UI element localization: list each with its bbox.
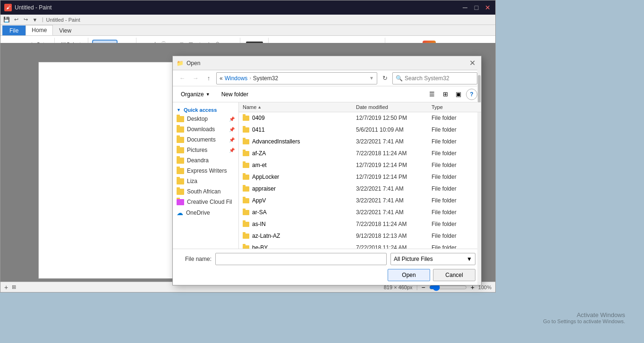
new-folder-button[interactable]: New folder: [216, 89, 254, 100]
row-filename: ar-SA: [252, 209, 267, 216]
sidebar-item-onedrive[interactable]: ☁ OneDrive: [173, 207, 238, 218]
table-row[interactable]: af-ZA 7/22/2018 11:24 AM File folder: [239, 148, 481, 159]
quick-access-label: Quick access: [184, 107, 217, 113]
row-filename: am-et: [252, 162, 267, 168]
pin-icon-documents: 📌: [229, 137, 235, 142]
sidebar-item-pictures[interactable]: Pictures 📌: [173, 145, 238, 155]
liza-folder-icon: [177, 178, 184, 184]
close-button[interactable]: ✕: [484, 4, 491, 11]
dialog-filelist: Name ▲ Date modified Type 0409 12/7/2019…: [239, 102, 481, 249]
forward-button[interactable]: →: [190, 73, 201, 84]
sidebar-item-express-writers[interactable]: Express Writers: [173, 166, 238, 176]
table-row[interactable]: 0409 12/7/2019 12:50 PM File folder: [239, 112, 481, 124]
filetype-value: All Picture Files: [394, 256, 433, 262]
filetype-dropdown-arrow: ▼: [466, 256, 472, 262]
row-type: File folder: [428, 184, 475, 193]
refresh-button[interactable]: ↻: [379, 73, 390, 84]
breadcrumb-dropdown[interactable]: ▼: [369, 75, 374, 81]
sidebar-item-desktop[interactable]: Desktop 📌: [173, 114, 238, 124]
cancel-button[interactable]: Cancel: [433, 269, 475, 281]
row-type: File folder: [428, 232, 475, 240]
qt-customize-icon[interactable]: ▼: [31, 16, 39, 24]
row-folder-icon: [243, 116, 249, 121]
up-button[interactable]: ↑: [203, 73, 214, 84]
qt-undo-icon[interactable]: ↩: [12, 16, 20, 24]
sidebar-desktop-label: Desktop: [187, 116, 208, 122]
row-date: 3/22/2021 7:41 AM: [352, 208, 428, 217]
tab-file[interactable]: File: [2, 25, 25, 35]
sidebar-item-creative-cloud[interactable]: Creative Cloud Fil: [173, 197, 238, 207]
row-filename: as-IN: [252, 221, 266, 227]
row-filename: af-ZA: [252, 150, 266, 157]
row-type: File folder: [428, 208, 475, 217]
creative-cloud-folder-icon: [177, 199, 184, 205]
row-date: 12/7/2019 12:14 PM: [352, 161, 428, 169]
breadcrumb-windows[interactable]: Windows: [225, 75, 248, 82]
row-folder-icon: [243, 175, 249, 180]
col-header-name[interactable]: Name ▲: [239, 102, 352, 112]
dialog-close-button[interactable]: ✕: [467, 58, 477, 68]
sidebar-downloads-label: Downloads: [187, 126, 215, 133]
add-canvas-btn[interactable]: +: [4, 284, 8, 291]
col-header-date[interactable]: Date modified: [352, 102, 428, 112]
row-date: 7/22/2018 11:24 AM: [352, 149, 428, 158]
quick-access-toolbar: 💾 ↩ ↪ ▼ | Untitled - Paint: [0, 15, 495, 25]
breadcrumb-sep2: ›: [249, 75, 251, 81]
sidebar-deandra-label: Deandra: [187, 157, 209, 164]
sidebar-item-documents[interactable]: Documents 📌: [173, 134, 238, 145]
row-folder-icon: [243, 186, 249, 192]
tab-home[interactable]: Home: [25, 25, 53, 35]
search-input[interactable]: [405, 75, 475, 82]
title-bar: 🖌 Untitled - Paint ─ □ ✕: [0, 0, 495, 15]
search-box: 🔍: [392, 72, 477, 84]
row-type: File folder: [428, 137, 475, 146]
preview-button[interactable]: ▣: [453, 89, 464, 100]
row-folder-icon: [243, 127, 249, 133]
filelist-header: Name ▲ Date modified Type: [239, 102, 481, 112]
qt-title: Untitled - Paint: [46, 17, 80, 23]
activate-watermark: Activate Windows Go to Settings to activ…: [543, 311, 625, 324]
filename-label: File name:: [178, 256, 212, 262]
back-button[interactable]: ←: [177, 73, 188, 84]
tab-view[interactable]: View: [53, 25, 77, 35]
table-row[interactable]: be-BY 7/22/2018 11:24 AM File folder: [239, 242, 481, 249]
table-row[interactable]: ar-SA 3/22/2021 7:41 AM File folder: [239, 207, 481, 218]
dialog-titlebar: 📁 Open ✕: [173, 56, 481, 70]
search-icon: 🔍: [396, 75, 403, 82]
row-type: File folder: [428, 196, 475, 205]
table-row[interactable]: appraiser 3/22/2021 7:41 AM File folder: [239, 183, 481, 195]
minimize-button[interactable]: ─: [461, 4, 469, 11]
filename-input[interactable]: [215, 253, 387, 265]
qt-redo-icon[interactable]: ↪: [21, 16, 30, 24]
help-button[interactable]: ?: [466, 89, 477, 100]
view-list-button[interactable]: ☰: [426, 89, 438, 100]
row-type: File folder: [428, 220, 475, 228]
sidebar-item-downloads[interactable]: Downloads 📌: [173, 124, 238, 134]
row-type: File folder: [428, 125, 475, 134]
status-left: + ⊞: [4, 284, 16, 291]
sidebar-item-deandra[interactable]: Deandra: [173, 155, 238, 166]
col-header-type[interactable]: Type: [428, 102, 475, 112]
dialog-title-text: 📁 Open: [177, 60, 200, 67]
maximize-button[interactable]: □: [473, 4, 480, 11]
sidebar-item-south-african[interactable]: South African: [173, 186, 238, 197]
dialog-folder-icon: 📁: [177, 60, 184, 67]
qt-save-icon[interactable]: 💾: [2, 16, 11, 24]
table-row[interactable]: am-et 12/7/2019 12:14 PM File folder: [239, 159, 481, 171]
row-folder-icon: [243, 222, 249, 227]
table-row[interactable]: AppV 3/22/2021 7:41 AM File folder: [239, 195, 481, 207]
view-details-button[interactable]: ⊞: [440, 89, 451, 100]
table-row[interactable]: 0411 5/6/2011 10:09 AM File folder: [239, 124, 481, 136]
sidebar-liza-label: Liza: [187, 178, 197, 184]
open-button[interactable]: Open: [388, 269, 430, 281]
organize-button[interactable]: Organize ▼: [177, 89, 214, 100]
table-row[interactable]: az-Latn-AZ 9/12/2018 12:13 AM File folde…: [239, 230, 481, 242]
table-row[interactable]: AppLocker 12/7/2019 12:14 PM File folder: [239, 171, 481, 183]
filetype-dropdown[interactable]: All Picture Files ▼: [390, 253, 475, 265]
sidebar-item-liza[interactable]: Liza: [173, 176, 238, 186]
table-row[interactable]: as-IN 7/22/2018 11:24 AM File folder: [239, 218, 481, 230]
table-row[interactable]: AdvancedInstallers 3/22/2021 7:41 AM Fil…: [239, 136, 481, 148]
quick-access-header: ▼ Quick access: [173, 104, 238, 114]
row-folder-icon: [243, 198, 249, 203]
express-writers-folder-icon: [177, 168, 184, 174]
